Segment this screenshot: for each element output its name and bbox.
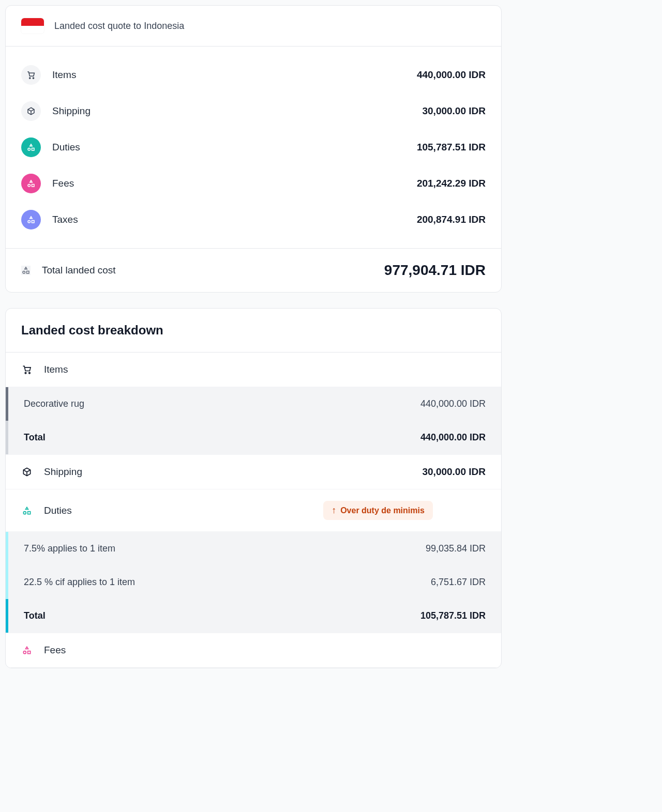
- svg-point-11: [29, 372, 31, 374]
- svg-rect-9: [27, 271, 29, 274]
- svg-point-6: [28, 221, 31, 223]
- breakdown-items-total: Total 440,000.00 IDR: [6, 421, 501, 454]
- summary-value: 201,242.29 IDR: [417, 178, 486, 189]
- breakdown-duties-block: 7.5% applies to 1 item 99,035.84 IDR 22.…: [6, 532, 501, 599]
- section-label: Fees: [44, 645, 486, 656]
- svg-point-10: [25, 372, 26, 374]
- summary-row-fees: Fees 201,242.29 IDR: [21, 165, 486, 202]
- svg-rect-13: [28, 511, 31, 514]
- svg-point-2: [28, 148, 31, 151]
- summary-label: Items: [52, 69, 417, 81]
- svg-rect-15: [28, 651, 31, 654]
- section-head-duties: Duties ↑ Over duty de minimis: [6, 489, 501, 532]
- indonesia-flag-icon: [21, 18, 44, 34]
- quote-header: Landed cost quote to Indonesia: [6, 6, 501, 47]
- arrow-up-icon: ↑: [332, 505, 336, 516]
- summary-label: Fees: [52, 178, 417, 189]
- line-item: Decorative rug 440,000.00 IDR: [8, 387, 501, 421]
- svg-point-4: [28, 185, 31, 187]
- total-row: Total landed cost 977,904.71 IDR: [6, 248, 501, 292]
- section-label: Duties: [44, 505, 259, 516]
- line-total: Total 105,787.51 IDR: [8, 599, 501, 633]
- breakdown-card: Landed cost breakdown Items Decorative r…: [5, 308, 502, 668]
- svg-point-8: [23, 271, 25, 274]
- cart-icon: [21, 65, 41, 85]
- de-minimis-badge: ↑ Over duty de minimis: [323, 501, 433, 520]
- package-icon: [21, 466, 33, 478]
- section-head-fees: Fees: [6, 633, 501, 668]
- summary-value: 200,874.91 IDR: [417, 214, 486, 225]
- section-head-shipping: Shipping 30,000.00 IDR: [6, 454, 501, 489]
- line-label: Total: [24, 432, 420, 443]
- summary-row-items: Items 440,000.00 IDR: [21, 57, 486, 93]
- line-item: 7.5% applies to 1 item 99,035.84 IDR: [8, 532, 501, 565]
- breakdown-title: Landed cost breakdown: [6, 309, 501, 353]
- summary-label: Shipping: [52, 105, 422, 117]
- total-label: Total landed cost: [42, 265, 384, 276]
- summary-label: Taxes: [52, 214, 417, 225]
- line-label: 7.5% applies to 1 item: [24, 543, 426, 554]
- summary-label: Duties: [52, 142, 417, 153]
- svg-point-12: [23, 511, 26, 514]
- svg-point-1: [33, 78, 34, 79]
- summary-row-duties: Duties 105,787.51 IDR: [21, 129, 486, 165]
- line-total: Total 440,000.00 IDR: [8, 421, 501, 454]
- line-value: 6,751.67 IDR: [431, 577, 486, 588]
- summary-row-taxes: Taxes 200,874.91 IDR: [21, 202, 486, 238]
- line-label: 22.5 % cif applies to 1 item: [24, 577, 431, 588]
- breakdown-items-block: Decorative rug 440,000.00 IDR: [6, 387, 501, 421]
- summary-list: Items 440,000.00 IDR Shipping 30,000.00 …: [6, 47, 501, 248]
- cart-icon: [21, 364, 33, 375]
- summary-row-shipping: Shipping 30,000.00 IDR: [21, 93, 486, 129]
- line-value: 105,787.51 IDR: [420, 610, 486, 621]
- shapes-icon: [21, 210, 41, 229]
- line-item: 22.5 % cif applies to 1 item 6,751.67 ID…: [8, 565, 501, 599]
- summary-value: 105,787.51 IDR: [417, 142, 486, 153]
- section-label: Items: [44, 364, 486, 375]
- svg-point-14: [23, 651, 26, 654]
- shapes-icon: [21, 174, 41, 193]
- shapes-icon: [21, 137, 41, 157]
- svg-rect-7: [32, 221, 35, 223]
- package-icon: [21, 101, 41, 121]
- shapes-icon: [21, 645, 33, 656]
- summary-value: 30,000.00 IDR: [422, 105, 486, 117]
- line-value: 440,000.00 IDR: [420, 432, 486, 443]
- line-value: 440,000.00 IDR: [420, 399, 486, 409]
- total-value: 977,904.71 IDR: [384, 262, 486, 279]
- quote-title: Landed cost quote to Indonesia: [54, 21, 184, 32]
- badge-text: Over duty de minimis: [340, 506, 425, 515]
- line-label: Decorative rug: [24, 399, 420, 409]
- section-value: 30,000.00 IDR: [422, 466, 486, 478]
- svg-rect-3: [32, 148, 35, 151]
- svg-point-0: [29, 78, 31, 79]
- breakdown-duties-total: Total 105,787.51 IDR: [6, 599, 501, 633]
- line-label: Total: [24, 610, 420, 621]
- section-label: Shipping: [44, 466, 411, 478]
- summary-value: 440,000.00 IDR: [417, 69, 486, 81]
- line-value: 99,035.84 IDR: [426, 543, 486, 554]
- quote-card: Landed cost quote to Indonesia Items 440…: [5, 5, 502, 293]
- shapes-icon: [21, 505, 33, 516]
- section-head-items: Items: [6, 353, 501, 387]
- svg-rect-5: [32, 185, 35, 187]
- shapes-icon: [21, 266, 31, 275]
